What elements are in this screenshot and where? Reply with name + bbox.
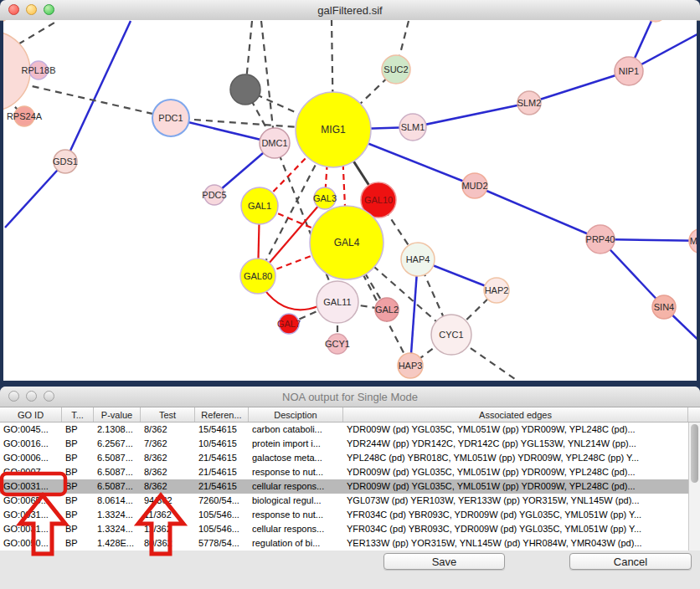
network-window-titlebar[interactable]: galFiltered.sif — [0, 0, 700, 21]
node-RPL18B[interactable] — [29, 61, 48, 79]
node-SLM1[interactable] — [399, 114, 426, 141]
cell-type: BP — [62, 437, 94, 451]
table-row[interactable]: GO:0065...BP8.0614...94/3627260/54...bio… — [0, 494, 688, 508]
cell-p_value: 6.5087... — [94, 451, 141, 465]
cell-go_id: GO:0031... — [0, 522, 62, 536]
node-GAL1[interactable] — [241, 187, 278, 224]
cell-edges: YDR009W (pd) YGL035C, YML051W (pp) YDR00… — [343, 479, 688, 494]
table-row[interactable]: GO:0007...BP6.5087...8/36221/54615respon… — [0, 465, 688, 479]
node-GAL80[interactable] — [240, 259, 275, 294]
cell-test: 8/362 — [141, 451, 195, 465]
cell-description: protein import i... — [249, 437, 343, 451]
cell-p_value: 8.0614... — [94, 494, 141, 508]
node-MUD2[interactable] — [462, 173, 487, 198]
noa-window-titlebar[interactable]: NOA output for Single Mode — [0, 387, 700, 407]
cell-test: 11/362 — [141, 522, 195, 536]
node-PRP40[interactable] — [586, 225, 615, 254]
cell-description: cellular respons... — [249, 479, 343, 494]
results-table-body: GO:0045...BP2.1308...8/36215/54615carbon… — [0, 423, 688, 551]
cell-description: regulation of bi... — [249, 536, 343, 551]
node-GDS1[interactable] — [54, 150, 77, 173]
zoom-button-inactive[interactable] — [44, 391, 54, 402]
cell-edges: YFR034C (pd) YBR093C, YDR009W (pd) YGL03… — [343, 508, 688, 522]
node-HAP2[interactable] — [484, 278, 509, 303]
cell-reference: 105/546... — [195, 508, 249, 522]
noa-window-title: NOA output for Single Mode — [282, 391, 418, 403]
cell-reference: 7260/54... — [195, 494, 249, 508]
table-row[interactable]: GO:0016...BP6.2567...7/36210/54615protei… — [0, 437, 688, 451]
cell-test: 80/362 — [141, 536, 195, 551]
minimize-button[interactable] — [26, 4, 37, 15]
cell-go_id: GO:0031... — [0, 479, 62, 494]
table-row[interactable]: GO:0031...BP1.3324...11/362105/546...res… — [0, 508, 688, 522]
node-PDC5[interactable] — [204, 185, 224, 205]
scrollbar-thumb[interactable] — [691, 424, 698, 483]
node-GAL3[interactable] — [314, 187, 336, 209]
node-PDC1[interactable] — [152, 100, 189, 136]
cell-p_value: 1.428E... — [94, 536, 141, 551]
table-row[interactable]: GO:0050...BP1.428E...80/3625778/54...reg… — [0, 536, 688, 551]
node-HAP4[interactable] — [401, 243, 435, 276]
network-window-title: galFiltered.sif — [317, 4, 382, 17]
column-header-p-value[interactable]: P-value — [94, 407, 141, 422]
node-GAL2[interactable] — [375, 298, 399, 321]
cell-type: BP — [62, 522, 94, 536]
vertical-scrollbar[interactable] — [688, 423, 700, 551]
node-SUC2[interactable] — [382, 55, 410, 84]
node-NIP1[interactable] — [615, 57, 643, 85]
node-gray-node[interactable] — [230, 74, 260, 105]
node-GAL11[interactable] — [317, 281, 358, 323]
cell-description: biological regul... — [249, 494, 343, 508]
node-CYC1[interactable] — [431, 315, 471, 355]
cell-reference: 15/54615 — [195, 423, 249, 437]
cell-test: 8/362 — [141, 423, 195, 437]
cell-type: BP — [62, 465, 94, 479]
column-header-t-[interactable]: T... — [62, 407, 94, 422]
node-SIN4[interactable] — [652, 295, 676, 319]
cell-go_id: GO:0065... — [0, 494, 62, 508]
cell-description: cellular respons... — [249, 522, 343, 536]
network-canvas[interactable]: RPL18BRPS24AGDS1PDC1DMC1MIG1SUC2SLM1SLM2… — [3, 20, 697, 381]
cell-p_value: 1.3324... — [94, 522, 141, 536]
cell-p_value: 1.3324... — [94, 508, 141, 522]
cell-description: response to nut... — [249, 508, 343, 522]
node-GAL7[interactable] — [279, 314, 299, 334]
cell-reference: 21/54615 — [195, 479, 249, 494]
node-RPS24A[interactable] — [14, 106, 34, 126]
cell-test: 7/362 — [141, 437, 195, 451]
column-header-test[interactable]: Test — [141, 407, 195, 422]
column-header-associated-edges[interactable]: Associated edges — [343, 407, 688, 422]
column-header-referen-[interactable]: Referen... — [195, 407, 249, 422]
cell-reference: 5778/54... — [195, 536, 249, 551]
node-GCY1[interactable] — [327, 334, 347, 354]
zoom-button[interactable] — [44, 4, 54, 15]
close-button-inactive[interactable] — [8, 391, 19, 402]
cell-test: 94/362 — [141, 494, 195, 508]
cell-description: galactose meta... — [249, 451, 343, 465]
node-SLM2[interactable] — [517, 91, 541, 115]
node-DMC1[interactable] — [260, 128, 290, 158]
cell-p_value: 2.1308... — [94, 423, 141, 437]
table-row[interactable]: GO:0006...BP6.5087...8/36221/54615galact… — [0, 451, 688, 465]
column-header-desciption[interactable]: Desciption — [249, 407, 343, 422]
minimize-button-inactive[interactable] — [26, 391, 37, 402]
cell-go_id: GO:0016... — [0, 437, 62, 451]
node-GAL4[interactable] — [310, 206, 383, 279]
node-HAP3[interactable] — [398, 353, 423, 378]
cell-go_id: GO:0007... — [0, 465, 62, 479]
cell-edges: YFR034C (pd) YBR093C, YDR009W (pd) YGL03… — [343, 522, 688, 536]
cancel-button[interactable]: Cancel — [569, 553, 692, 570]
table-row[interactable]: GO:0031...BP6.5087...8/36221/54615cellul… — [0, 479, 688, 494]
cell-type: BP — [62, 494, 94, 508]
column-header-go-id[interactable]: GO ID — [0, 407, 62, 422]
close-button[interactable] — [8, 4, 19, 15]
cell-description: carbon cataboli... — [249, 423, 343, 437]
table-row[interactable]: GO:0031...BP1.3324...11/362105/546...cel… — [0, 522, 688, 536]
table-row[interactable]: GO:0045...BP2.1308...8/36215/54615carbon… — [0, 423, 688, 437]
cell-test: 11/362 — [141, 508, 195, 522]
cell-reference: 21/54615 — [195, 451, 249, 465]
save-button[interactable]: Save — [383, 553, 505, 570]
cell-reference: 21/54615 — [195, 465, 249, 479]
node-MIG1[interactable] — [296, 92, 371, 167]
noa-output-window: NOA output for Single Mode GO IDT...P-va… — [0, 387, 700, 589]
